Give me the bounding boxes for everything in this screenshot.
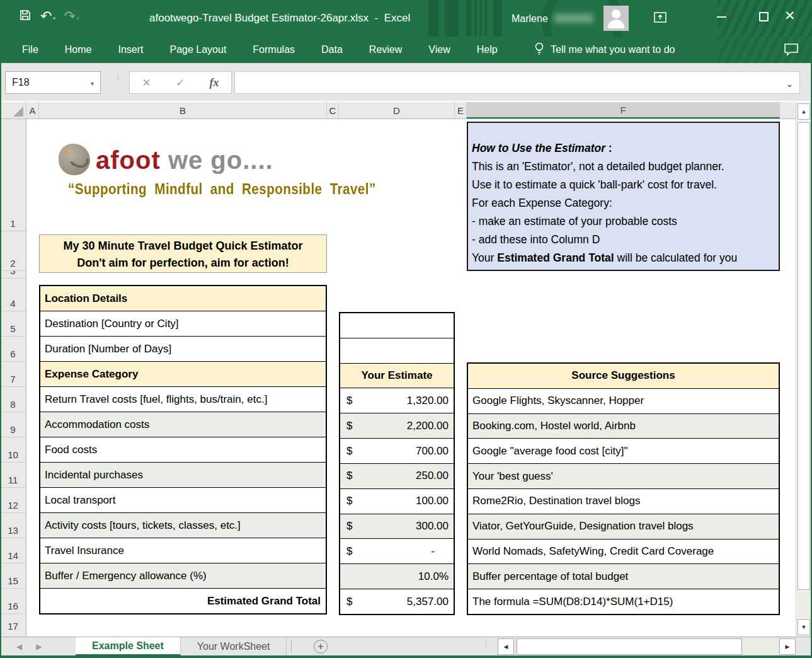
minimize-button[interactable] bbox=[717, 16, 726, 18]
source-cell[interactable]: Buffer percentage of total budget bbox=[468, 564, 779, 589]
estimate-cell[interactable]: $250.00 bbox=[340, 464, 454, 489]
next-sheet-icon[interactable]: ▶ bbox=[36, 642, 42, 651]
horizontal-scrollbar-thumb[interactable] bbox=[517, 638, 742, 655]
sheet-tab-example-sheet[interactable]: Example Sheet bbox=[76, 637, 181, 656]
scroll-down-icon[interactable]: ▼ bbox=[798, 619, 810, 635]
column-header-d[interactable]: D bbox=[339, 102, 455, 118]
source-cell[interactable]: Rome2Rio, Destination travel blogs bbox=[468, 489, 779, 514]
source-cell[interactable]: Booking.com, Hostel world, Airbnb bbox=[468, 414, 779, 439]
estimate-cell[interactable]: $- bbox=[340, 539, 454, 564]
cancel-entry-icon[interactable]: ✕ bbox=[142, 76, 151, 89]
prev-sheet-icon[interactable]: ◀ bbox=[16, 642, 22, 651]
column-header-e[interactable]: E bbox=[455, 102, 467, 118]
confirm-entry-icon[interactable]: ✓ bbox=[176, 76, 185, 89]
horizontal-scrollbar-track[interactable] bbox=[742, 639, 778, 654]
signed-in-user[interactable]: Marlene bbox=[512, 13, 548, 25]
row-header[interactable]: 11 bbox=[0, 463, 26, 488]
vertical-scrollbar-track[interactable] bbox=[798, 591, 810, 618]
undo-button[interactable]: ↶ᵛ bbox=[40, 9, 55, 23]
tab-help[interactable]: Help bbox=[464, 37, 511, 63]
horizontal-scrollbar[interactable]: ◀ ▶ bbox=[498, 638, 796, 655]
estimator-banner[interactable]: My 30 Minute Travel Budget Quick Estimat… bbox=[39, 234, 327, 273]
row-header[interactable]: 6 bbox=[0, 337, 26, 362]
user-avatar[interactable] bbox=[603, 6, 629, 31]
save-icon[interactable] bbox=[19, 9, 31, 24]
category-cell[interactable]: Return Travel costs [fuel, flights, bus/… bbox=[40, 387, 326, 412]
row-header[interactable]: 5 bbox=[0, 311, 26, 337]
total-formula-note-cell[interactable]: The formula =SUM(D8:D14)*SUM(1+D15) bbox=[468, 589, 779, 614]
estimate-cell[interactable]: $700.00 bbox=[340, 439, 454, 464]
name-box-dropdown-icon[interactable]: ▼ bbox=[89, 81, 95, 87]
row-header[interactable]: 15 bbox=[0, 563, 26, 589]
duration-label-cell[interactable]: Duration [Number of Days] bbox=[40, 337, 326, 362]
category-cell[interactable]: Travel Insurance bbox=[40, 538, 326, 563]
your-estimate-header-cell[interactable]: Your Estimate bbox=[340, 364, 454, 389]
grand-total-cell[interactable]: $5,357.00 bbox=[340, 589, 454, 614]
source-suggestions-header-cell[interactable]: Source Suggestions bbox=[468, 364, 779, 389]
row-header[interactable]: 2 bbox=[0, 231, 26, 271]
category-cell[interactable]: Local transport bbox=[40, 488, 326, 513]
source-cell[interactable]: Your 'best guess' bbox=[468, 464, 779, 489]
column-header-a[interactable]: A bbox=[26, 102, 39, 118]
column-header-f-selected[interactable]: F bbox=[467, 102, 780, 118]
category-cell[interactable]: Buffer / Emergency allowance (%) bbox=[40, 563, 326, 589]
row-header[interactable]: 12 bbox=[0, 488, 26, 513]
tab-home[interactable]: Home bbox=[52, 37, 105, 63]
row-header[interactable]: 17 bbox=[0, 614, 26, 633]
destination-input-cell[interactable] bbox=[340, 313, 454, 338]
buffer-percent-cell[interactable]: 10.0% bbox=[340, 564, 454, 589]
tab-insert[interactable]: Insert bbox=[105, 37, 156, 63]
source-cell[interactable]: Viator, GetYourGuide, Designation travel… bbox=[468, 514, 779, 540]
source-cell[interactable]: Google Flights, Skyscanner, Hopper bbox=[468, 389, 779, 414]
row-header[interactable]: 8 bbox=[0, 387, 26, 412]
scroll-up-icon[interactable]: ▲ bbox=[798, 103, 810, 120]
row-header[interactable]: 7 bbox=[0, 362, 26, 387]
scrollbar-resize-handle[interactable]: ⋮ bbox=[482, 640, 490, 645]
source-cell[interactable]: Google "average food cost [city]" bbox=[468, 439, 779, 464]
scroll-right-icon[interactable]: ▶ bbox=[779, 638, 796, 655]
row-header[interactable]: 13 bbox=[0, 513, 26, 538]
expense-category-header-cell[interactable]: Expense Category bbox=[40, 362, 326, 387]
tab-review[interactable]: Review bbox=[356, 37, 415, 63]
estimate-cell[interactable]: $100.00 bbox=[340, 489, 454, 514]
column-header-b[interactable]: B bbox=[39, 102, 327, 118]
select-all-button[interactable] bbox=[0, 102, 26, 118]
tab-data[interactable]: Data bbox=[308, 37, 356, 63]
tell-me-box[interactable]: Tell me what you want to do bbox=[534, 37, 675, 63]
estimate-cell[interactable]: $1,320.00 bbox=[340, 388, 454, 413]
duration-input-cell[interactable] bbox=[340, 338, 454, 364]
close-button[interactable]: ✕ bbox=[784, 9, 796, 22]
comment-icon[interactable] bbox=[784, 43, 799, 59]
destination-label-cell[interactable]: Destination [Country or City] bbox=[40, 311, 326, 337]
row-header[interactable]: 1 bbox=[0, 119, 26, 231]
name-box[interactable]: F18 ▼ bbox=[5, 71, 101, 94]
redo-button[interactable]: ↷ᵛ bbox=[64, 9, 79, 23]
category-cell[interactable]: Activity costs [tours, tickets, classes,… bbox=[40, 513, 326, 538]
tab-formulas[interactable]: Formulas bbox=[239, 37, 308, 63]
formula-input[interactable]: ⌄ bbox=[234, 71, 800, 94]
category-cell[interactable]: Food costs bbox=[40, 437, 326, 463]
source-cell[interactable]: World Nomads, SafetyWing, Credit Card Co… bbox=[468, 540, 779, 565]
category-cell[interactable]: Accommodation costs bbox=[40, 412, 326, 437]
row-header[interactable]: 10 bbox=[0, 437, 26, 463]
new-sheet-button[interactable]: + bbox=[314, 640, 328, 654]
sheet-tab-your-worksheet[interactable]: Your WorkSheet bbox=[181, 637, 287, 656]
scroll-left-icon[interactable]: ◀ bbox=[498, 638, 514, 655]
tab-page-layout[interactable]: Page Layout bbox=[156, 37, 239, 63]
row-header[interactable]: 9 bbox=[0, 412, 26, 437]
row-header[interactable]: 16 bbox=[0, 589, 26, 614]
tab-view[interactable]: View bbox=[415, 37, 463, 63]
insert-function-icon[interactable]: fx bbox=[209, 76, 219, 89]
formula-bar-expand-icon[interactable]: ⌄ bbox=[786, 79, 793, 89]
estimate-cell[interactable]: $2,200.00 bbox=[340, 413, 454, 439]
estimate-cell[interactable]: $300.00 bbox=[340, 514, 454, 540]
column-header-c[interactable]: C bbox=[327, 102, 339, 118]
tab-file[interactable]: File bbox=[9, 37, 52, 63]
maximize-button[interactable] bbox=[759, 12, 769, 21]
category-cell[interactable]: Incidental purchases bbox=[40, 463, 326, 488]
vertical-scrollbar[interactable]: ▲ ▼ bbox=[796, 102, 811, 637]
how-to-use-note[interactable]: How to Use the Estimator : This is an 'E… bbox=[467, 122, 780, 271]
ribbon-display-options-button[interactable] bbox=[653, 11, 667, 26]
row-header[interactable]: 3 bbox=[0, 271, 26, 279]
row-header[interactable]: 14 bbox=[0, 538, 26, 563]
